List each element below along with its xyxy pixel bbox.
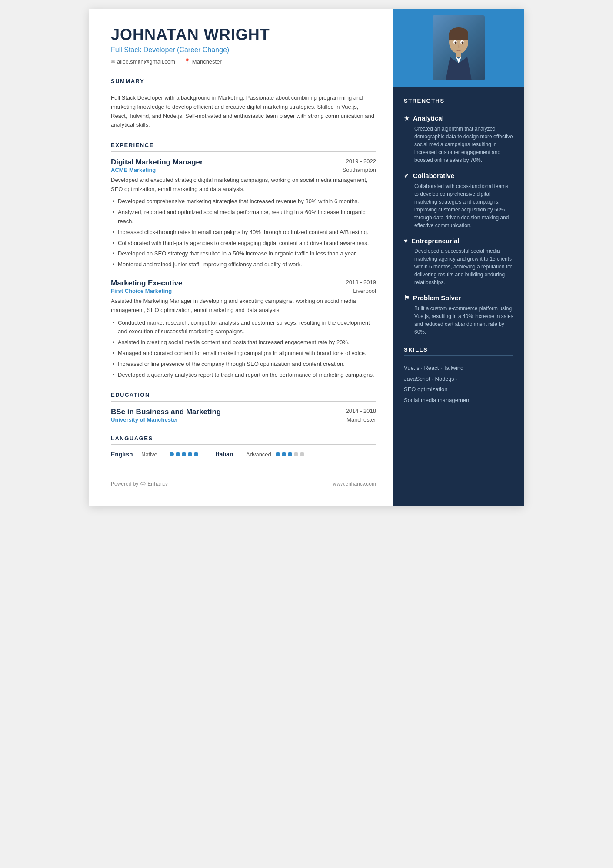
experience-title: EXPERIENCE	[111, 142, 376, 148]
exp-location-2: Liverpool	[353, 288, 376, 294]
powered-by-text: Powered by	[111, 481, 138, 487]
experience-divider	[111, 151, 376, 152]
education-section: EDUCATION BSc in Business and Marketing …	[111, 392, 376, 423]
bullet-2-4: Increased online presence of the company…	[111, 360, 376, 369]
footer-website: www.enhancv.com	[333, 481, 376, 487]
dot-en-2	[176, 452, 180, 456]
bullet-2-2: Assisted in creating social media conten…	[111, 338, 376, 347]
edu-school-1: University of Manchester	[111, 416, 178, 423]
skills-section: SKILLS Vue.js · React · Tailwind · JavaS…	[404, 346, 513, 406]
exp-role-1: Digital Marketing Manager	[111, 158, 203, 167]
skills-line-1: Vue.js · React · Tailwind ·	[404, 363, 513, 374]
svg-point-6	[455, 42, 457, 44]
lang-italian-name: Italian	[216, 451, 242, 458]
summary-title: SUMMARY	[111, 78, 376, 84]
left-panel: JOHNATAN WRIGHT Full Stack Developer (Ca…	[89, 9, 393, 506]
strength-problem-solver-header: ⚑ Problem Solver	[404, 294, 513, 302]
lang-english-dots	[170, 452, 198, 456]
flag-icon: ⚑	[404, 294, 410, 302]
edu-school-row-1: University of Manchester Manchester	[111, 416, 376, 423]
exp-entry-1: Digital Marketing Manager 2019 - 2022 AC…	[111, 158, 376, 269]
dot-en-1	[170, 452, 174, 456]
dot-it-4	[294, 452, 298, 456]
bullet-2-1: Conducted market research, competitor an…	[111, 318, 376, 337]
languages-row: English Native Italian Advanced	[111, 451, 376, 458]
exp-desc-1: Developed and executed strategic digital…	[111, 176, 376, 194]
heart-icon: ♥	[404, 237, 408, 245]
dot-en-5	[194, 452, 198, 456]
bullet-2-5: Developed a quarterly analytics report t…	[111, 371, 376, 380]
header-contact: ✉ alice.smith@gmail.com 📍 Manchester	[111, 58, 376, 65]
bullet-1-5: Developed an SEO strategy that resulted …	[111, 249, 376, 258]
skills-divider	[404, 355, 513, 356]
skills-line-3: SEO optimization ·	[404, 384, 513, 395]
candidate-name: JOHNATAN WRIGHT	[111, 26, 376, 44]
strength-analytical-header: ★ Analytical	[404, 114, 513, 122]
strength-collaborative: ✔ Collaborative Collaborated with cross-…	[404, 172, 513, 229]
exp-company-1: ACME Marketing	[111, 167, 156, 173]
infinity-icon: ∞	[140, 479, 146, 488]
bullet-1-3: Increased click-through rates in email c…	[111, 228, 376, 237]
footer: Powered by ∞ Enhancv www.enhancv.com	[111, 470, 376, 488]
candidate-photo	[433, 15, 485, 80]
location-contact: 📍 Manchester	[184, 58, 222, 65]
email-contact: ✉ alice.smith@gmail.com	[111, 58, 175, 65]
edu-location-1: Manchester	[346, 416, 376, 423]
exp-entry-2: Marketing Executive 2018 - 2019 First Ch…	[111, 279, 376, 379]
footer-brand: Powered by ∞ Enhancv	[111, 479, 168, 488]
summary-text: Full Stack Developer with a background i…	[111, 94, 376, 130]
summary-section: SUMMARY Full Stack Developer with a back…	[111, 78, 376, 130]
summary-divider	[111, 87, 376, 88]
skills-list: Vue.js · React · Tailwind · JavaScript ·…	[404, 363, 513, 406]
svg-rect-2	[449, 33, 468, 40]
exp-desc-2: Assisted the Marketing Manager in develo…	[111, 297, 376, 315]
lang-italian: Italian Advanced	[216, 451, 304, 458]
lang-english: English Native	[111, 451, 198, 458]
right-panel: STRENGTHS ★ Analytical Created an algori…	[393, 9, 524, 506]
dot-it-1	[276, 452, 280, 456]
strength-problem-solver: ⚑ Problem Solver Built a custom e-commer…	[404, 294, 513, 336]
exp-location-1: Southampton	[343, 167, 376, 173]
lang-english-level: Native	[141, 451, 165, 458]
strength-entrepreneurial-desc: Developed a successful social media mark…	[404, 247, 513, 286]
strength-entrepreneurial-name: Entrepreneurial	[411, 237, 460, 245]
exp-bullets-1: Developed comprehensive marketing strate…	[111, 197, 376, 269]
dot-en-4	[188, 452, 192, 456]
languages-section: LANGUAGES English Native Italian	[111, 435, 376, 458]
strength-analytical-name: Analytical	[413, 114, 444, 122]
strength-entrepreneurial-header: ♥ Entrepreneurial	[404, 237, 513, 245]
location-icon: 📍	[184, 58, 190, 64]
languages-title: LANGUAGES	[111, 435, 376, 442]
right-content: STRENGTHS ★ Analytical Created an algori…	[393, 87, 524, 406]
strength-collaborative-name: Collaborative	[413, 172, 454, 179]
bullet-1-2: Analyzed, reported and optimized social …	[111, 208, 376, 226]
exp-date-2: 2018 - 2019	[346, 279, 376, 285]
edu-date-1: 2014 - 2018	[346, 408, 376, 416]
strength-problem-solver-desc: Built a custom e-commerce platform using…	[404, 305, 513, 336]
svg-point-7	[462, 42, 464, 44]
languages-divider	[111, 444, 376, 445]
experience-section: EXPERIENCE Digital Marketing Manager 201…	[111, 142, 376, 379]
dot-it-2	[282, 452, 286, 456]
photo-container	[393, 9, 524, 87]
brand-name: Enhancv	[147, 481, 168, 487]
bullet-1-4: Collaborated with third-party agencies t…	[111, 239, 376, 248]
edu-degree-1: BSc in Business and Marketing	[111, 408, 221, 416]
dot-en-3	[182, 452, 186, 456]
bullet-1-1: Developed comprehensive marketing strate…	[111, 197, 376, 206]
candidate-title: Full Stack Developer (Career Change)	[111, 46, 376, 54]
exp-role-2: Marketing Executive	[111, 279, 182, 288]
skills-line-4: Social media management	[404, 395, 513, 406]
strengths-divider	[404, 107, 513, 107]
skills-title: SKILLS	[404, 346, 513, 353]
resume-container: JOHNATAN WRIGHT Full Stack Developer (Ca…	[89, 9, 524, 506]
exp-bullets-2: Conducted market research, competitor an…	[111, 318, 376, 380]
strength-problem-solver-name: Problem Solver	[413, 294, 461, 302]
exp-header-1: Digital Marketing Manager 2019 - 2022	[111, 158, 376, 167]
exp-company-2: First Choice Marketing	[111, 288, 172, 294]
skills-line-2: JavaScript · Node.js ·	[404, 374, 513, 385]
exp-company-row-1: ACME Marketing Southampton	[111, 167, 376, 173]
strengths-title: STRENGTHS	[404, 97, 513, 104]
lang-english-name: English	[111, 451, 137, 458]
dot-it-5	[300, 452, 304, 456]
